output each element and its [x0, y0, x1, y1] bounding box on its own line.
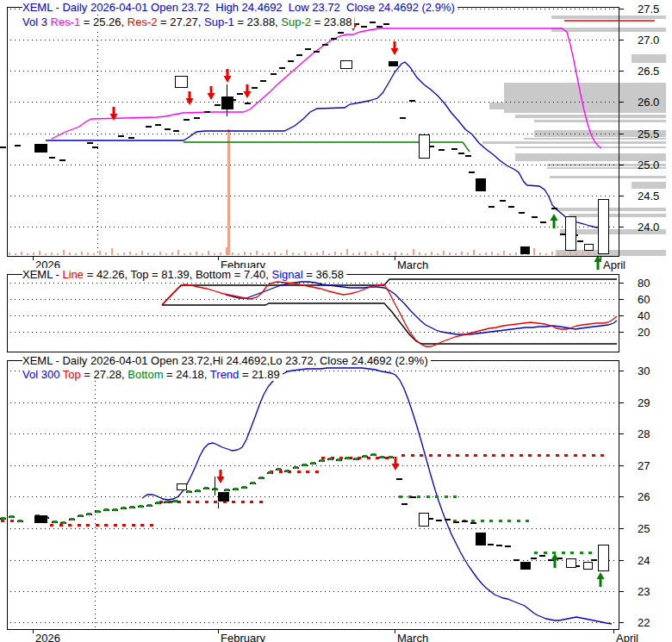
- bottom-dot: [294, 466, 298, 469]
- volume-tick: [328, 253, 330, 255]
- volume-tick: [479, 253, 481, 255]
- bottom-dot: [156, 502, 160, 504]
- bottom-dotted-line: [471, 520, 475, 522]
- price-dash: [245, 103, 251, 104]
- volume-tick: [551, 252, 553, 255]
- volume-tick: [232, 252, 233, 255]
- price-axis-label: 27.5: [638, 3, 659, 16]
- sell-arrow-icon: [391, 41, 399, 55]
- panel-border: [7, 7, 619, 256]
- top-dotted-line: [592, 454, 595, 457]
- header-part: Trend: [210, 368, 239, 381]
- candle-filled: [221, 97, 233, 109]
- bottom-dot: [311, 462, 315, 464]
- price-dash: [519, 212, 525, 214]
- candle-hollow: [598, 545, 608, 570]
- bottom-dotted-line: [526, 520, 529, 522]
- volume-tick: [569, 251, 571, 255]
- header-part: Line: [62, 268, 84, 281]
- price-dash: [49, 157, 55, 159]
- volume-tick: [455, 253, 457, 255]
- buy-arrow-icon: [551, 214, 558, 228]
- volume-tick: [292, 252, 294, 255]
- header-part: XEML -: [22, 268, 62, 281]
- bottom-dot: [233, 488, 238, 490]
- volume-tick: [346, 249, 348, 255]
- volume-tick: [171, 252, 173, 255]
- panel1-title-text: XEML - Daily 2026-04-01 Open 23.72 High …: [22, 1, 455, 14]
- volume-tick: [449, 252, 451, 255]
- top-dotted-line: [86, 524, 90, 527]
- volume-at-price-bar: [632, 182, 666, 189]
- top-dotted-line: [59, 524, 63, 527]
- bottom-dot: [285, 470, 289, 472]
- bottom-dot: [147, 504, 152, 507]
- bottom-dot: [96, 510, 100, 513]
- price-dash: [204, 111, 210, 113]
- price-dash: [271, 73, 277, 75]
- bottom-dotted-line: [426, 496, 430, 498]
- volume-tick: [358, 252, 360, 255]
- candle-filled: [389, 61, 397, 65]
- bottom-dot: [302, 464, 307, 466]
- price-dash: [305, 48, 311, 50]
- price-dash: [338, 32, 344, 34]
- top-dotted-line: [546, 454, 550, 457]
- price-dash: [409, 100, 415, 102]
- volume-tick: [15, 253, 16, 255]
- volume-at-price-bar: [551, 16, 666, 19]
- candle-hollow: [584, 244, 593, 250]
- volume-tick: [334, 252, 336, 255]
- price-dash: [469, 171, 475, 173]
- price-dash: [370, 22, 376, 23]
- top-dotted-line: [538, 454, 541, 457]
- sell-arrow-icon: [208, 86, 215, 100]
- top-dotted-line: [140, 524, 144, 527]
- price-dash: [505, 545, 511, 547]
- price-axis-label: 26: [638, 490, 650, 503]
- price-axis-label: 60: [638, 293, 650, 306]
- price-dash: [488, 544, 494, 545]
- price-dash: [551, 208, 557, 209]
- month-axis-label: February: [221, 632, 266, 642]
- price-dash: [531, 558, 537, 559]
- header-part: Vol 3: [22, 16, 51, 28]
- volume-tick: [588, 252, 589, 255]
- volume-tick: [557, 252, 559, 255]
- candle-hollow: [177, 483, 186, 489]
- volume-tick: [190, 252, 191, 255]
- volume-tick: [376, 251, 378, 255]
- header-part: Res-1: [51, 16, 81, 28]
- price-dash: [252, 87, 258, 89]
- top-dotted-line: [150, 524, 153, 527]
- candle-hollow: [419, 134, 429, 158]
- bottom-dot: [78, 514, 83, 517]
- candle-filled: [476, 178, 485, 190]
- price-axis-label: 22: [638, 616, 650, 629]
- sell-arrow-icon: [244, 84, 252, 98]
- price-axis-label: 24: [638, 554, 650, 567]
- bottom-dot: [165, 501, 169, 503]
- top-dotted-line: [196, 501, 199, 503]
- volume-tick: [129, 252, 131, 255]
- price-dash: [436, 520, 442, 521]
- bottom-dot: [389, 456, 393, 458]
- bottom-dotted-line: [544, 552, 547, 554]
- line-red: [162, 282, 617, 346]
- top-dotted-line: [600, 454, 604, 457]
- price-axis-label: 30: [638, 365, 650, 377]
- price-dash: [194, 117, 200, 119]
- volume-tick: [238, 253, 240, 255]
- volume-tick: [208, 251, 209, 255]
- bottom-dot: [173, 500, 177, 502]
- bottom-dot: [113, 508, 117, 511]
- sell-arrow-icon: [186, 91, 194, 105]
- volume-tick: [220, 252, 221, 255]
- top-dotted-line: [187, 501, 190, 503]
- volume-tick: [491, 252, 493, 255]
- top-dotted-line: [297, 471, 301, 473]
- volume-spike: [227, 129, 230, 255]
- volume-tick: [485, 252, 487, 255]
- header-part: Vol 300: [22, 368, 63, 381]
- price-dash: [591, 559, 597, 561]
